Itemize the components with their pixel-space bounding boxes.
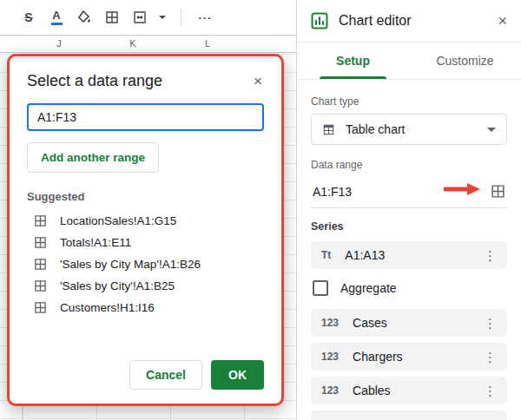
grid-icon <box>34 258 47 271</box>
toolbar: S A ⋯ <box>0 0 296 35</box>
column-header-l[interactable]: L <box>190 38 225 49</box>
fill-color-icon[interactable] <box>73 6 96 29</box>
table-chart-icon <box>322 123 335 136</box>
panel-body: Chart type Table chart Data range A1:F13 <box>297 80 521 420</box>
grid-icon <box>34 214 47 227</box>
tab-customize[interactable]: Customize <box>409 43 521 79</box>
ok-button[interactable]: OK <box>211 360 264 390</box>
dialog-close-icon[interactable]: × <box>252 72 264 90</box>
select-data-range-dialog: Select a data range × Add another range … <box>7 54 284 406</box>
data-range-value[interactable]: A1:F13 <box>313 185 352 199</box>
grid-icon <box>34 236 47 249</box>
aggregate-row: Aggregate <box>313 280 505 296</box>
panel-close-icon[interactable]: × <box>496 11 509 30</box>
suggested-item-label: Customers!H1:I16 <box>60 301 155 314</box>
toolbar-divider <box>181 9 181 26</box>
add-another-range-button[interactable]: Add another range <box>27 142 159 173</box>
aggregate-checkbox[interactable] <box>313 280 328 296</box>
dialog-footer: Cancel OK <box>27 360 264 390</box>
series-item-label: Cases <box>353 316 387 330</box>
series-item-cases[interactable]: 123 Cases ⋮ <box>311 309 507 337</box>
data-range-row: A1:F13 <box>311 177 507 208</box>
column-header-row: J K L <box>0 35 296 53</box>
panel-title: Chart editor <box>339 13 496 29</box>
item-kebab-icon[interactable]: ⋮ <box>480 349 500 365</box>
series-pill[interactable]: Tt A1:A13 ⋮ <box>311 241 507 269</box>
red-arrow-annotation <box>443 182 481 196</box>
chart-type-value: Table chart <box>346 122 405 136</box>
data-range-input[interactable] <box>27 103 264 131</box>
suggested-item-label: 'Sales by City Map'!A1:B26 <box>60 258 201 271</box>
column-header-k[interactable]: K <box>115 38 150 49</box>
suggested-item-label: 'Sales by City'!A1:B25 <box>60 279 175 292</box>
aggregate-label: Aggregate <box>340 281 397 295</box>
suggested-item[interactable]: Customers!H1:I16 <box>27 297 264 318</box>
text-series-icon: Tt <box>321 249 331 261</box>
suggested-item[interactable]: 'Sales by City'!A1:B25 <box>27 275 264 297</box>
series-item-label: Chargers <box>353 350 403 364</box>
series-label: Series <box>311 220 507 233</box>
suggested-item-label: LocationSales!A1:G15 <box>60 214 176 227</box>
more-options-icon[interactable]: ⋯ <box>194 6 216 29</box>
strikethrough-icon[interactable]: S <box>17 6 40 29</box>
suggested-item[interactable]: Totals!A1:E11 <box>27 232 264 253</box>
select-data-range-icon[interactable] <box>491 184 505 199</box>
item-kebab-icon[interactable]: ⋮ <box>480 417 500 420</box>
merge-cells-icon[interactable] <box>129 6 151 29</box>
grid-icon <box>34 279 47 292</box>
tabs: Setup Customize <box>297 43 521 80</box>
merge-cells-caret-icon[interactable] <box>156 6 168 29</box>
suggested-item[interactable]: 'Sales by City Map'!A1:B26 <box>27 253 264 275</box>
number-icon: 123 <box>321 351 339 363</box>
grid-icon <box>34 301 47 314</box>
item-kebab-icon[interactable]: ⋮ <box>480 315 500 331</box>
chart-editor-icon <box>311 12 328 30</box>
number-icon: 123 <box>321 317 339 329</box>
dialog-title: Select a data range <box>27 72 252 90</box>
chevron-down-icon <box>487 128 496 132</box>
item-kebab-icon[interactable]: ⋮ <box>480 383 500 399</box>
series-value: A1:A13 <box>345 248 385 262</box>
chart-type-label: Chart type <box>311 95 507 108</box>
screen: S A ⋯ J K L Chart edito <box>0 0 521 420</box>
suggested-list: LocationSales!A1:G15 Totals!A1:E11 'Sale… <box>27 210 264 318</box>
series-item-chargers[interactable]: 123 Chargers ⋮ <box>311 343 507 371</box>
series-item-straps[interactable]: 123 Straps ⋮ <box>311 410 507 420</box>
panel-header: Chart editor × <box>297 0 521 43</box>
text-color-icon[interactable]: A <box>45 6 68 29</box>
series-item-label: Cables <box>353 384 391 397</box>
number-icon: 123 <box>321 384 339 397</box>
suggested-item[interactable]: LocationSales!A1:G15 <box>27 210 264 232</box>
text-color-bar <box>51 23 63 25</box>
column-header-j[interactable]: J <box>42 38 76 49</box>
suggested-label: Suggested <box>27 190 264 203</box>
chart-editor-panel: Chart editor × Setup Customize Chart typ… <box>296 0 521 420</box>
cancel-button[interactable]: Cancel <box>129 360 202 390</box>
borders-icon[interactable] <box>101 6 123 29</box>
chart-type-select[interactable]: Table chart <box>311 114 507 145</box>
suggested-item-label: Totals!A1:E11 <box>60 236 131 249</box>
series-kebab-icon[interactable]: ⋮ <box>480 247 500 264</box>
data-range-label: Data range <box>311 159 507 171</box>
series-item-cables[interactable]: 123 Cables ⋮ <box>311 377 507 404</box>
dialog-title-row: Select a data range × <box>27 72 264 90</box>
text-color-letter: A <box>52 10 60 21</box>
tab-setup[interactable]: Setup <box>297 43 409 79</box>
